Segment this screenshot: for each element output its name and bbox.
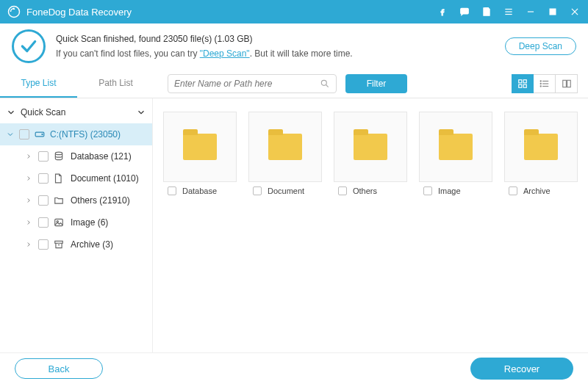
deep-scan-link[interactable]: "Deep Scan" [200, 48, 250, 59]
svg-point-26 [540, 85, 541, 86]
checkbox[interactable] [38, 151, 49, 162]
tab-path-list[interactable]: Path List [77, 69, 154, 98]
save-icon[interactable] [481, 6, 492, 18]
folder-icon [183, 134, 217, 160]
view-list-button[interactable] [534, 74, 556, 93]
view-columns-button[interactable] [556, 74, 578, 93]
folder-label: Image [438, 186, 461, 195]
svg-point-3 [463, 11, 464, 12]
close-icon[interactable] [569, 6, 581, 18]
document-icon [53, 173, 66, 184]
tree-cat-database[interactable]: Database (121) [0, 145, 152, 167]
filter-button[interactable]: Filter [345, 74, 407, 93]
titlebar-actions [437, 6, 581, 18]
folder-icon [439, 134, 473, 160]
tree-cat-label: Document (1010) [71, 173, 139, 184]
deep-scan-button[interactable]: Deep Scan [505, 37, 576, 55]
folder-thumb[interactable] [248, 112, 322, 182]
svg-point-24 [540, 80, 541, 81]
svg-rect-17 [519, 79, 522, 82]
chevron-right-icon [25, 153, 38, 160]
tree-cat-label: Archive (3) [71, 239, 113, 250]
svg-point-30 [42, 134, 43, 134]
svg-rect-7 [485, 12, 489, 15]
tree-root-quick-scan[interactable]: Quick Scan [0, 101, 152, 123]
tree-drive-c[interactable]: C:(NTFS) (23050) [0, 123, 152, 145]
checkbox[interactable] [19, 129, 29, 140]
folder-label: Archive [523, 186, 551, 195]
folder-item[interactable]: Others [334, 112, 407, 195]
svg-point-5 [465, 11, 466, 12]
main-area: Quick Scan C:(NTFS) (23050) Database (12… [0, 98, 588, 352]
search-input[interactable] [174, 79, 320, 89]
checkbox[interactable] [423, 186, 432, 195]
checkbox[interactable] [509, 186, 517, 195]
toolbar: Type List Path List Filter [0, 69, 588, 98]
status-text: Quick Scan finished, found 23050 file(s)… [56, 32, 505, 62]
checkbox[interactable] [38, 239, 49, 250]
app-logo [7, 5, 21, 18]
folder-icon [524, 134, 558, 160]
folder-thumb[interactable] [504, 112, 578, 182]
folder-thumb[interactable] [419, 112, 492, 182]
folder-thumb[interactable] [163, 112, 237, 182]
svg-rect-20 [523, 84, 526, 87]
tree-cat-label: Others (21910) [71, 195, 130, 206]
tab-type-list[interactable]: Type List [0, 69, 77, 98]
feedback-icon[interactable] [459, 6, 470, 18]
checkbox[interactable] [38, 195, 49, 206]
tree-cat-document[interactable]: Document (1010) [0, 167, 152, 189]
status-line1: Quick Scan finished, found 23050 file(s)… [56, 32, 505, 46]
checkbox[interactable] [338, 186, 347, 195]
app-title: FoneDog Data Recovery [26, 7, 437, 18]
sidebar-tabs: Type List Path List [0, 69, 154, 98]
folder-thumb[interactable] [334, 112, 407, 182]
tree-root-label: Quick Scan [21, 107, 65, 117]
tree-cat-image[interactable]: Image (6) [0, 211, 152, 233]
chevron-down-icon [6, 130, 19, 139]
svg-point-25 [540, 83, 541, 84]
folder-item[interactable]: Document [248, 112, 322, 195]
chevron-down-icon [136, 107, 146, 117]
checkbox[interactable] [38, 217, 49, 228]
view-mode-buttons [512, 74, 578, 93]
svg-rect-32 [55, 219, 63, 225]
chevron-right-icon [25, 241, 38, 248]
chevron-right-icon [25, 219, 38, 226]
facebook-icon[interactable] [437, 6, 448, 18]
sidebar-tree: Quick Scan C:(NTFS) (23050) Database (12… [0, 98, 153, 352]
view-grid-button[interactable] [512, 74, 534, 93]
svg-rect-19 [519, 84, 522, 87]
svg-rect-28 [567, 80, 570, 87]
svg-point-31 [55, 152, 62, 155]
recover-button[interactable]: Recover [470, 358, 573, 380]
hdd-icon [34, 129, 46, 140]
tree-cat-label: Database (121) [71, 151, 132, 162]
search-box[interactable] [168, 74, 337, 93]
folder-item[interactable]: Database [163, 112, 237, 195]
folder-icon [268, 134, 302, 160]
tree-cat-label: Image (6) [71, 217, 108, 228]
folder-item[interactable]: Image [419, 112, 492, 195]
svg-line-16 [326, 84, 329, 87]
chevron-down-icon [6, 107, 16, 117]
checkbox[interactable] [38, 173, 49, 184]
checkbox[interactable] [168, 186, 176, 195]
checkbox[interactable] [253, 186, 262, 195]
status-line2-post: . But it will take more time. [250, 48, 353, 59]
chevron-right-icon [25, 175, 38, 182]
status-line2-pre: If you can't find lost files, you can tr… [56, 48, 200, 59]
maximize-icon[interactable] [547, 6, 559, 18]
folder-label: Document [268, 186, 304, 195]
tree-cat-others[interactable]: Others (21910) [0, 189, 152, 211]
menu-icon[interactable] [503, 6, 514, 18]
folder-label: Database [182, 186, 217, 195]
minimize-icon[interactable] [525, 6, 537, 18]
tree-drive-label: C:(NTFS) (23050) [50, 129, 121, 140]
folder-item[interactable]: Archive [504, 112, 578, 195]
svg-rect-18 [523, 79, 526, 82]
back-button[interactable]: Back [15, 358, 103, 379]
svg-rect-27 [562, 80, 566, 87]
tree-cat-archive[interactable]: Archive (3) [0, 233, 152, 256]
svg-point-15 [321, 80, 326, 85]
